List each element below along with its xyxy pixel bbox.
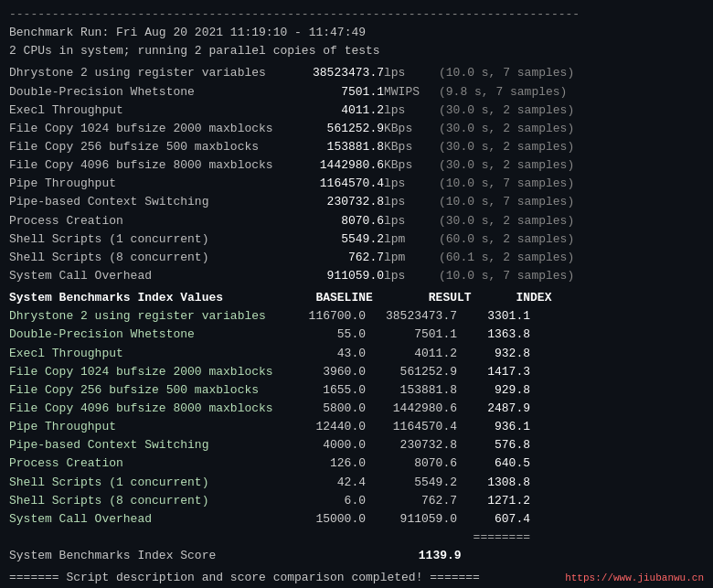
idx-index: 1417.3 bbox=[457, 363, 530, 381]
test-value: 561252.9 bbox=[274, 120, 384, 138]
idx-label: Double-Precision Whetstone bbox=[9, 326, 274, 344]
idx-result: 762.7 bbox=[366, 492, 457, 510]
idx-label: Pipe-based Context Switching bbox=[9, 436, 274, 454]
idx-index: 640.5 bbox=[457, 454, 530, 473]
test-label: Process Creation bbox=[9, 212, 274, 230]
script-done: ======= Script description and score com… bbox=[9, 569, 480, 587]
test-unit: lpm bbox=[384, 249, 439, 267]
test-value: 8070.6 bbox=[274, 212, 384, 230]
idx-baseline: 116700.0 bbox=[274, 307, 366, 326]
test-label: Pipe Throughput bbox=[9, 175, 274, 193]
test-value: 7501.1 bbox=[274, 83, 384, 102]
idx-baseline: 43.0 bbox=[274, 345, 366, 363]
score-label: System Benchmarks Index Score bbox=[9, 547, 411, 565]
idx-index: 3301.1 bbox=[457, 307, 530, 326]
test-row: Shell Scripts (8 concurrent)762.7 lpm (6… bbox=[9, 249, 704, 267]
idx-result: 5549.2 bbox=[366, 474, 457, 492]
index-rows: Dhrystone 2 using register variables1167… bbox=[9, 307, 704, 529]
benchmark-run-line: Benchmark Run: Fri Aug 20 2021 11:19:10 … bbox=[9, 24, 704, 42]
test-unit: lps bbox=[384, 102, 439, 120]
index-row: Dhrystone 2 using register variables1167… bbox=[9, 307, 704, 326]
test-value: 1442980.6 bbox=[274, 156, 384, 175]
idx-result: 8070.6 bbox=[366, 454, 457, 473]
test-value: 153881.8 bbox=[274, 138, 384, 156]
index-row: File Copy 1024 bufsize 2000 maxblocks396… bbox=[9, 363, 704, 381]
test-row: File Copy 4096 bufsize 8000 maxblocks144… bbox=[9, 156, 704, 175]
test-value: 911059.0 bbox=[274, 267, 384, 285]
terminal: ----------------------------------------… bbox=[0, 0, 713, 588]
th-index: INDEX bbox=[478, 289, 551, 307]
test-row: Pipe-based Context Switching230732.8 lps… bbox=[9, 193, 704, 211]
test-extra: (10.0 s, 7 samples) bbox=[439, 175, 574, 193]
th-baseline: BASELINE bbox=[282, 289, 373, 307]
test-unit: lps bbox=[384, 175, 439, 193]
idx-baseline: 126.0 bbox=[274, 454, 366, 473]
test-label: Execl Throughput bbox=[9, 102, 274, 120]
test-row: File Copy 256 bufsize 500 maxblocks15388… bbox=[9, 138, 704, 156]
test-label: Pipe-based Context Switching bbox=[9, 193, 274, 211]
idx-index: 607.4 bbox=[457, 510, 530, 529]
idx-result: 7501.1 bbox=[366, 326, 457, 344]
idx-result: 1164570.4 bbox=[366, 418, 457, 436]
separator-top: ----------------------------------------… bbox=[9, 5, 704, 24]
index-row: File Copy 256 bufsize 500 maxblocks1655.… bbox=[9, 381, 704, 400]
test-label: Double-Precision Whetstone bbox=[9, 83, 274, 102]
idx-index: 1363.8 bbox=[457, 326, 530, 344]
idx-label: Shell Scripts (8 concurrent) bbox=[9, 492, 274, 510]
test-label: File Copy 4096 bufsize 8000 maxblocks bbox=[9, 156, 274, 175]
test-label: System Call Overhead bbox=[9, 267, 274, 285]
test-row: Pipe Throughput1164570.4 lps (10.0 s, 7 … bbox=[9, 175, 704, 193]
idx-label: Process Creation bbox=[9, 454, 274, 473]
test-extra: (30.0 s, 2 samples) bbox=[439, 102, 574, 120]
test-extra: (30.0 s, 2 samples) bbox=[439, 212, 574, 230]
idx-result: 38523473.7 bbox=[366, 307, 457, 326]
cpu-info-line: 2 CPUs in system; running 2 parallel cop… bbox=[9, 42, 704, 60]
idx-baseline: 42.4 bbox=[274, 474, 366, 492]
idx-baseline: 6.0 bbox=[274, 492, 366, 510]
test-unit: MWIPS bbox=[384, 83, 439, 102]
idx-result: 561252.9 bbox=[366, 363, 457, 381]
index-table: System Benchmarks Index Values BASELINE … bbox=[9, 289, 704, 529]
test-extra: (60.1 s, 2 samples) bbox=[439, 249, 574, 267]
idx-baseline: 4000.0 bbox=[274, 436, 366, 454]
idx-baseline: 55.0 bbox=[274, 326, 366, 344]
test-extra: (10.0 s, 7 samples) bbox=[439, 193, 574, 211]
idx-result: 911059.0 bbox=[366, 510, 457, 529]
idx-index: 2487.9 bbox=[457, 400, 530, 418]
idx-label: Execl Throughput bbox=[9, 345, 274, 363]
idx-baseline: 3960.0 bbox=[274, 363, 366, 381]
index-row: Shell Scripts (1 concurrent)42.45549.213… bbox=[9, 474, 704, 492]
index-row: Pipe Throughput12440.01164570.4936.1 bbox=[9, 418, 704, 436]
test-extra: (60.0 s, 2 samples) bbox=[439, 230, 574, 249]
index-row: Process Creation126.08070.6640.5 bbox=[9, 454, 704, 473]
test-value: 230732.8 bbox=[274, 193, 384, 211]
idx-label: Pipe Throughput bbox=[9, 418, 274, 436]
index-row: Pipe-based Context Switching4000.0230732… bbox=[9, 436, 704, 454]
idx-label: File Copy 256 bufsize 500 maxblocks bbox=[9, 381, 274, 400]
test-row: Shell Scripts (1 concurrent)5549.2 lpm (… bbox=[9, 230, 704, 249]
test-extra: (10.0 s, 7 samples) bbox=[439, 64, 574, 82]
idx-label: File Copy 1024 bufsize 2000 maxblocks bbox=[9, 363, 274, 381]
test-value: 1164570.4 bbox=[274, 175, 384, 193]
test-extra: (30.0 s, 2 samples) bbox=[439, 120, 574, 138]
idx-index: 1308.8 bbox=[457, 474, 530, 492]
idx-baseline: 12440.0 bbox=[274, 418, 366, 436]
test-value: 38523473.7 bbox=[274, 64, 384, 82]
test-extra: (10.0 s, 7 samples) bbox=[439, 267, 574, 285]
idx-result: 1442980.6 bbox=[366, 400, 457, 418]
test-value: 762.7 bbox=[274, 249, 384, 267]
test-value: 4011.2 bbox=[274, 102, 384, 120]
test-extra: (30.0 s, 2 samples) bbox=[439, 138, 574, 156]
tests-list: Dhrystone 2 using register variables3852… bbox=[9, 64, 704, 285]
idx-baseline: 1655.0 bbox=[274, 381, 366, 400]
score-value: 1139.9 bbox=[419, 549, 462, 562]
idx-label: System Call Overhead bbox=[9, 510, 274, 529]
idx-label: Shell Scripts (1 concurrent) bbox=[9, 474, 274, 492]
test-row: File Copy 1024 bufsize 2000 maxblocks561… bbox=[9, 120, 704, 138]
test-row: Dhrystone 2 using register variables3852… bbox=[9, 64, 704, 82]
index-row: Double-Precision Whetstone55.07501.11363… bbox=[9, 326, 704, 344]
equals-bar: ======== bbox=[9, 529, 530, 547]
idx-baseline: 5800.0 bbox=[274, 400, 366, 418]
idx-result: 4011.2 bbox=[366, 345, 457, 363]
idx-label: File Copy 4096 bufsize 8000 maxblocks bbox=[9, 400, 274, 418]
